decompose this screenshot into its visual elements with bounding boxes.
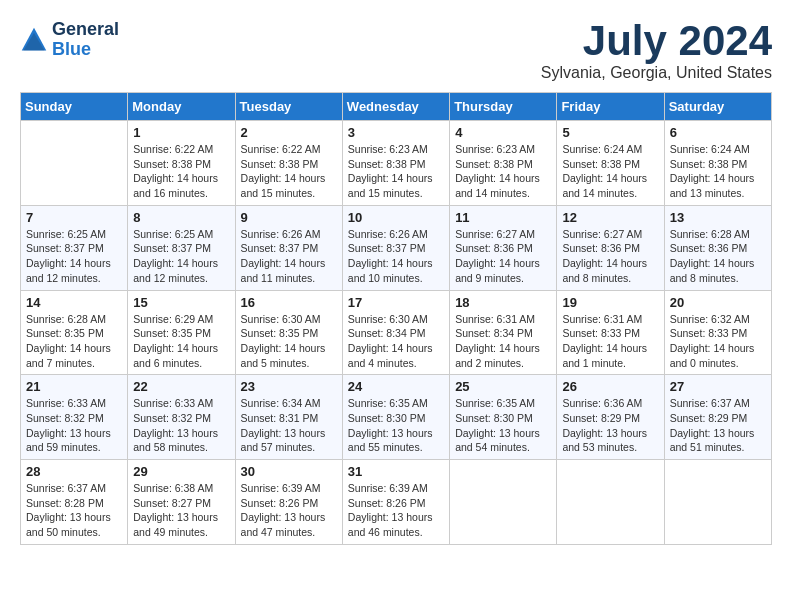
- cell-content: Sunrise: 6:26 AMSunset: 8:37 PMDaylight:…: [348, 227, 444, 286]
- cell-content: Sunrise: 6:25 AMSunset: 8:37 PMDaylight:…: [26, 227, 122, 286]
- cell-content: Sunrise: 6:33 AMSunset: 8:32 PMDaylight:…: [133, 396, 229, 455]
- day-number: 20: [670, 295, 766, 310]
- cell-content: Sunrise: 6:30 AMSunset: 8:35 PMDaylight:…: [241, 312, 337, 371]
- day-number: 22: [133, 379, 229, 394]
- calendar-cell: [664, 460, 771, 545]
- calendar-cell: 19Sunrise: 6:31 AMSunset: 8:33 PMDayligh…: [557, 290, 664, 375]
- cell-content: Sunrise: 6:30 AMSunset: 8:34 PMDaylight:…: [348, 312, 444, 371]
- day-number: 9: [241, 210, 337, 225]
- cell-content: Sunrise: 6:28 AMSunset: 8:35 PMDaylight:…: [26, 312, 122, 371]
- day-number: 24: [348, 379, 444, 394]
- cell-content: Sunrise: 6:37 AMSunset: 8:29 PMDaylight:…: [670, 396, 766, 455]
- cell-content: Sunrise: 6:31 AMSunset: 8:34 PMDaylight:…: [455, 312, 551, 371]
- header-cell-saturday: Saturday: [664, 93, 771, 121]
- cell-content: Sunrise: 6:38 AMSunset: 8:27 PMDaylight:…: [133, 481, 229, 540]
- calendar-cell: 12Sunrise: 6:27 AMSunset: 8:36 PMDayligh…: [557, 205, 664, 290]
- calendar-cell: 20Sunrise: 6:32 AMSunset: 8:33 PMDayligh…: [664, 290, 771, 375]
- calendar-cell: 8Sunrise: 6:25 AMSunset: 8:37 PMDaylight…: [128, 205, 235, 290]
- cell-content: Sunrise: 6:23 AMSunset: 8:38 PMDaylight:…: [348, 142, 444, 201]
- day-number: 15: [133, 295, 229, 310]
- day-number: 5: [562, 125, 658, 140]
- week-row-3: 14Sunrise: 6:28 AMSunset: 8:35 PMDayligh…: [21, 290, 772, 375]
- cell-content: Sunrise: 6:28 AMSunset: 8:36 PMDaylight:…: [670, 227, 766, 286]
- cell-content: Sunrise: 6:39 AMSunset: 8:26 PMDaylight:…: [241, 481, 337, 540]
- day-number: 18: [455, 295, 551, 310]
- header-row: SundayMondayTuesdayWednesdayThursdayFrid…: [21, 93, 772, 121]
- calendar-cell: 25Sunrise: 6:35 AMSunset: 8:30 PMDayligh…: [450, 375, 557, 460]
- cell-content: Sunrise: 6:35 AMSunset: 8:30 PMDaylight:…: [348, 396, 444, 455]
- week-row-5: 28Sunrise: 6:37 AMSunset: 8:28 PMDayligh…: [21, 460, 772, 545]
- title-section: July 2024 Sylvania, Georgia, United Stat…: [541, 20, 772, 82]
- calendar-cell: 1Sunrise: 6:22 AMSunset: 8:38 PMDaylight…: [128, 121, 235, 206]
- day-number: 6: [670, 125, 766, 140]
- day-number: 7: [26, 210, 122, 225]
- day-number: 2: [241, 125, 337, 140]
- day-number: 14: [26, 295, 122, 310]
- cell-content: Sunrise: 6:22 AMSunset: 8:38 PMDaylight:…: [133, 142, 229, 201]
- calendar-cell: 6Sunrise: 6:24 AMSunset: 8:38 PMDaylight…: [664, 121, 771, 206]
- calendar-cell: [21, 121, 128, 206]
- day-number: 26: [562, 379, 658, 394]
- day-number: 16: [241, 295, 337, 310]
- day-number: 8: [133, 210, 229, 225]
- day-number: 1: [133, 125, 229, 140]
- calendar-cell: 7Sunrise: 6:25 AMSunset: 8:37 PMDaylight…: [21, 205, 128, 290]
- calendar-cell: 13Sunrise: 6:28 AMSunset: 8:36 PMDayligh…: [664, 205, 771, 290]
- day-number: 17: [348, 295, 444, 310]
- calendar-cell: 28Sunrise: 6:37 AMSunset: 8:28 PMDayligh…: [21, 460, 128, 545]
- calendar-body: 1Sunrise: 6:22 AMSunset: 8:38 PMDaylight…: [21, 121, 772, 545]
- calendar-cell: 17Sunrise: 6:30 AMSunset: 8:34 PMDayligh…: [342, 290, 449, 375]
- cell-content: Sunrise: 6:31 AMSunset: 8:33 PMDaylight:…: [562, 312, 658, 371]
- week-row-4: 21Sunrise: 6:33 AMSunset: 8:32 PMDayligh…: [21, 375, 772, 460]
- day-number: 12: [562, 210, 658, 225]
- calendar-cell: 4Sunrise: 6:23 AMSunset: 8:38 PMDaylight…: [450, 121, 557, 206]
- month-title: July 2024: [541, 20, 772, 62]
- calendar-cell: 11Sunrise: 6:27 AMSunset: 8:36 PMDayligh…: [450, 205, 557, 290]
- calendar-cell: 21Sunrise: 6:33 AMSunset: 8:32 PMDayligh…: [21, 375, 128, 460]
- cell-content: Sunrise: 6:37 AMSunset: 8:28 PMDaylight:…: [26, 481, 122, 540]
- calendar-cell: 14Sunrise: 6:28 AMSunset: 8:35 PMDayligh…: [21, 290, 128, 375]
- calendar-cell: 22Sunrise: 6:33 AMSunset: 8:32 PMDayligh…: [128, 375, 235, 460]
- cell-content: Sunrise: 6:27 AMSunset: 8:36 PMDaylight:…: [455, 227, 551, 286]
- header-cell-monday: Monday: [128, 93, 235, 121]
- header-cell-thursday: Thursday: [450, 93, 557, 121]
- calendar-table: SundayMondayTuesdayWednesdayThursdayFrid…: [20, 92, 772, 545]
- calendar-cell: 15Sunrise: 6:29 AMSunset: 8:35 PMDayligh…: [128, 290, 235, 375]
- cell-content: Sunrise: 6:29 AMSunset: 8:35 PMDaylight:…: [133, 312, 229, 371]
- logo-line1: General: [52, 20, 119, 40]
- header-cell-tuesday: Tuesday: [235, 93, 342, 121]
- calendar-cell: 30Sunrise: 6:39 AMSunset: 8:26 PMDayligh…: [235, 460, 342, 545]
- calendar-cell: 24Sunrise: 6:35 AMSunset: 8:30 PMDayligh…: [342, 375, 449, 460]
- calendar-cell: 29Sunrise: 6:38 AMSunset: 8:27 PMDayligh…: [128, 460, 235, 545]
- week-row-1: 1Sunrise: 6:22 AMSunset: 8:38 PMDaylight…: [21, 121, 772, 206]
- location-title: Sylvania, Georgia, United States: [541, 64, 772, 82]
- cell-content: Sunrise: 6:32 AMSunset: 8:33 PMDaylight:…: [670, 312, 766, 371]
- day-number: 10: [348, 210, 444, 225]
- calendar-cell: 31Sunrise: 6:39 AMSunset: 8:26 PMDayligh…: [342, 460, 449, 545]
- calendar-cell: [557, 460, 664, 545]
- calendar-cell: 23Sunrise: 6:34 AMSunset: 8:31 PMDayligh…: [235, 375, 342, 460]
- cell-content: Sunrise: 6:33 AMSunset: 8:32 PMDaylight:…: [26, 396, 122, 455]
- day-number: 27: [670, 379, 766, 394]
- calendar-cell: 18Sunrise: 6:31 AMSunset: 8:34 PMDayligh…: [450, 290, 557, 375]
- calendar-cell: 2Sunrise: 6:22 AMSunset: 8:38 PMDaylight…: [235, 121, 342, 206]
- calendar-cell: 10Sunrise: 6:26 AMSunset: 8:37 PMDayligh…: [342, 205, 449, 290]
- cell-content: Sunrise: 6:25 AMSunset: 8:37 PMDaylight:…: [133, 227, 229, 286]
- cell-content: Sunrise: 6:27 AMSunset: 8:36 PMDaylight:…: [562, 227, 658, 286]
- day-number: 11: [455, 210, 551, 225]
- calendar-cell: 26Sunrise: 6:36 AMSunset: 8:29 PMDayligh…: [557, 375, 664, 460]
- calendar-cell: 9Sunrise: 6:26 AMSunset: 8:37 PMDaylight…: [235, 205, 342, 290]
- day-number: 25: [455, 379, 551, 394]
- cell-content: Sunrise: 6:23 AMSunset: 8:38 PMDaylight:…: [455, 142, 551, 201]
- cell-content: Sunrise: 6:36 AMSunset: 8:29 PMDaylight:…: [562, 396, 658, 455]
- week-row-2: 7Sunrise: 6:25 AMSunset: 8:37 PMDaylight…: [21, 205, 772, 290]
- logo: General Blue: [20, 20, 119, 60]
- header-cell-friday: Friday: [557, 93, 664, 121]
- day-number: 31: [348, 464, 444, 479]
- cell-content: Sunrise: 6:24 AMSunset: 8:38 PMDaylight:…: [670, 142, 766, 201]
- calendar-cell: 16Sunrise: 6:30 AMSunset: 8:35 PMDayligh…: [235, 290, 342, 375]
- day-number: 4: [455, 125, 551, 140]
- day-number: 30: [241, 464, 337, 479]
- day-number: 23: [241, 379, 337, 394]
- day-number: 19: [562, 295, 658, 310]
